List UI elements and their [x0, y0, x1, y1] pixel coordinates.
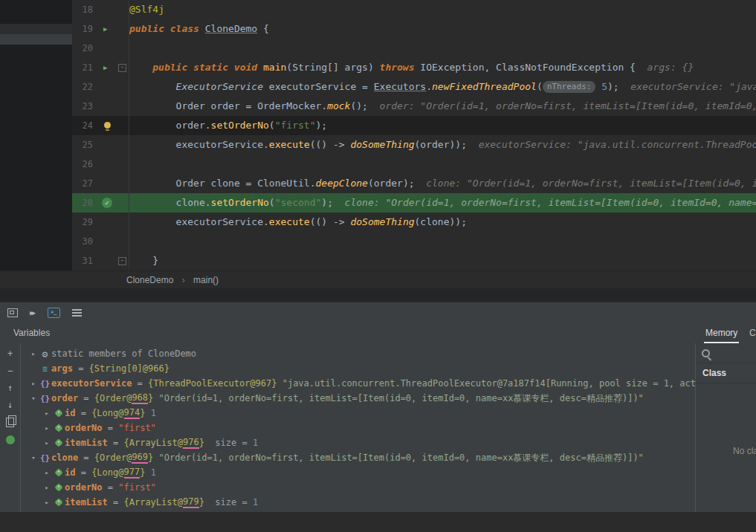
- code-token: {: [257, 23, 269, 34]
- expand-arrow-icon[interactable]: ▸: [42, 484, 52, 491]
- memory-class-header: Class: [696, 363, 756, 383]
- breakpoint-verified-icon[interactable]: ✓: [102, 198, 112, 208]
- green-status-icon[interactable]: [6, 435, 15, 444]
- code-editor[interactable]: 18@Slf4j19▶public class CloneDemo {2021▶…: [72, 0, 756, 270]
- code-text[interactable]: @Slf4j: [129, 0, 756, 19]
- gutter-icon-cell: [99, 251, 117, 270]
- code-token: 5: [595, 81, 607, 92]
- param-icon: ≡: [39, 364, 51, 374]
- tab-memory[interactable]: Memory: [704, 322, 739, 343]
- field-tag-icon: [52, 440, 65, 446]
- variable-row[interactable]: ▸⚙static members of CloneDemo: [21, 346, 695, 361]
- variable-row[interactable]: ▸itemList = {ArrayList@976} size = 1: [21, 435, 695, 450]
- expand-arrow-icon[interactable]: ▸: [42, 409, 52, 417]
- subtract-icon[interactable]: −: [7, 366, 13, 375]
- expand-arrow-icon[interactable]: ▸: [42, 424, 52, 432]
- intention-bulb-icon[interactable]: [104, 122, 111, 129]
- code-text[interactable]: clone.setOrderNo("second"); clone: "Orde…: [129, 193, 756, 213]
- code-text[interactable]: order.setOrderNo("first");: [129, 116, 756, 135]
- project-row: [0, 24, 72, 34]
- code-text[interactable]: executorService.execute(() -> doSomeThin…: [129, 213, 756, 232]
- variable-eq: =: [78, 393, 94, 403]
- memory-search-input[interactable]: [714, 347, 753, 359]
- breadcrumb-item-class[interactable]: CloneDemo: [126, 275, 173, 285]
- code-text[interactable]: public class CloneDemo {: [129, 19, 756, 39]
- braces-icon: {}: [39, 379, 51, 389]
- gutter-icon-cell[interactable]: ✓: [99, 193, 117, 213]
- variable-refid: 979: [183, 496, 199, 508]
- run-icon[interactable]: ▶: [103, 19, 107, 39]
- line-number[interactable]: 30: [72, 232, 99, 251]
- variable-row[interactable]: ▸id = {Long@977} 1: [21, 465, 695, 480]
- console-icon[interactable]: >_: [48, 308, 60, 318]
- gutter-icon-cell[interactable]: ▶: [99, 19, 117, 39]
- variable-row[interactable]: ▸itemList = {ArrayList@979} size = 1: [21, 495, 695, 510]
- add-icon[interactable]: +: [7, 349, 13, 358]
- gutter-icon-cell[interactable]: [99, 116, 117, 135]
- restore-layout-icon[interactable]: [7, 308, 18, 317]
- collapse-arrow-icon[interactable]: ▾: [28, 395, 39, 402]
- code-token: Order: [176, 100, 205, 111]
- collapse-arrow-icon[interactable]: ▾: [28, 454, 39, 461]
- variable-refid: 976: [183, 437, 199, 449]
- variable-row[interactable]: ≡args = {String[0]@966}: [21, 361, 695, 376]
- variable-row[interactable]: ▸orderNo = "first": [21, 480, 695, 495]
- line-number[interactable]: 20: [72, 39, 99, 58]
- code-token: .: [426, 81, 432, 92]
- code-line-22: 22ExecutorService executorService = Exec…: [72, 77, 756, 97]
- code-text[interactable]: [129, 155, 756, 174]
- fold-column: [117, 0, 129, 19]
- code-text[interactable]: [129, 39, 756, 58]
- fold-column: [117, 19, 129, 39]
- expand-arrow-icon[interactable]: ▸: [28, 350, 39, 357]
- tab-cut[interactable]: C: [749, 322, 756, 343]
- line-number[interactable]: 29: [72, 213, 99, 232]
- line-number[interactable]: 24: [72, 116, 99, 135]
- line-number[interactable]: 31: [72, 251, 99, 270]
- code-text[interactable]: public static void main(String[] args) t…: [129, 58, 756, 77]
- line-number[interactable]: 21: [72, 58, 99, 77]
- code-text[interactable]: Order order = OrderMocker.mock(); order:…: [129, 97, 756, 116]
- fast-forward-icon[interactable]: ▶▶: [30, 309, 36, 317]
- fold-column: [117, 193, 129, 213]
- variables-panel: ▸⚙static members of CloneDemo≡args = {St…: [21, 343, 695, 513]
- variable-row[interactable]: ▸id = {Long@974} 1: [21, 406, 695, 421]
- variable-refid: 977: [124, 467, 140, 479]
- filter-settings-icon[interactable]: [72, 309, 82, 317]
- code-text[interactable]: executorService.execute(() -> doSomeThin…: [129, 135, 756, 155]
- line-number[interactable]: 27: [72, 174, 99, 193]
- variable-name: orderNo: [65, 423, 103, 433]
- gutter-icon-cell[interactable]: ▶: [99, 58, 117, 77]
- copy-icon[interactable]: [6, 418, 14, 427]
- gutter-icon-cell: [99, 0, 117, 19]
- arrow-down-icon[interactable]: ↓: [7, 400, 13, 409]
- editor-debug-splitter[interactable]: [0, 288, 756, 302]
- code-text[interactable]: }: [129, 251, 756, 270]
- line-number[interactable]: 25: [72, 135, 99, 155]
- code-text[interactable]: ExecutorService executorService = Execut…: [129, 77, 756, 97]
- variable-row[interactable]: ▾{}order = {Order@968} "Order(id=1, orde…: [21, 391, 695, 406]
- line-number[interactable]: 23: [72, 97, 99, 116]
- tab-variables[interactable]: Variables: [13, 322, 50, 343]
- fold-marker-icon[interactable]: -: [118, 257, 126, 265]
- line-number[interactable]: 22: [72, 77, 99, 97]
- code-token: executorService.: [176, 216, 269, 227]
- run-icon[interactable]: ▶: [103, 58, 107, 77]
- expand-arrow-icon[interactable]: ▸: [42, 499, 52, 506]
- code-token: (order));: [415, 139, 467, 150]
- variable-row[interactable]: ▾{}clone = {Order@969} "Order(id=1, orde…: [21, 450, 695, 465]
- expand-arrow-icon[interactable]: ▸: [42, 469, 52, 476]
- variable-row[interactable]: ▸orderNo = "first": [21, 421, 695, 435]
- code-text[interactable]: Order clone = CloneUtil.deepClone(order)…: [129, 174, 756, 193]
- expand-arrow-icon[interactable]: ▸: [42, 439, 52, 447]
- line-number[interactable]: 19: [72, 19, 99, 39]
- fold-marker-icon[interactable]: -: [118, 64, 126, 72]
- breadcrumb-item-method[interactable]: main(): [193, 275, 219, 285]
- expand-arrow-icon[interactable]: ▸: [28, 380, 39, 387]
- arrow-up-icon[interactable]: ↑: [7, 383, 13, 392]
- line-number[interactable]: 18: [72, 0, 99, 19]
- variable-row[interactable]: ▸{}executorService = {ThreadPoolExecutor…: [21, 376, 695, 391]
- code-text[interactable]: [129, 232, 756, 251]
- line-number[interactable]: 26: [72, 155, 99, 174]
- line-number[interactable]: 28: [72, 193, 99, 213]
